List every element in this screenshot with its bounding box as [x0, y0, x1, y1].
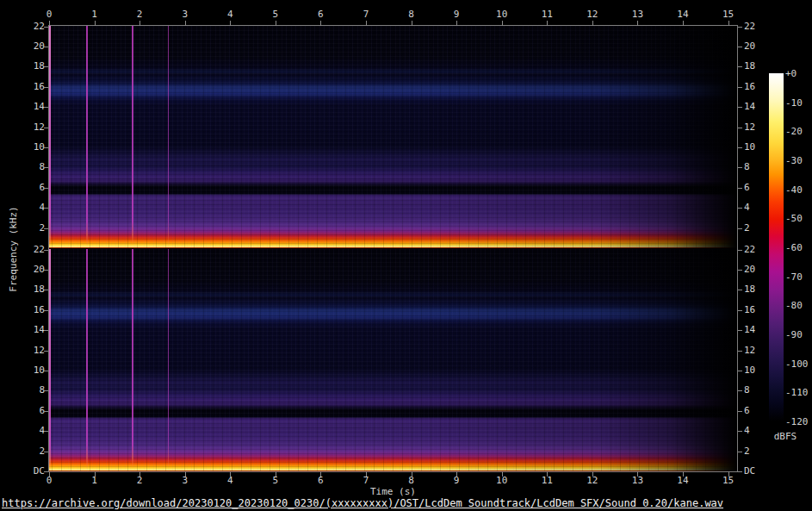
time-tick-top — [95, 21, 96, 26]
colorbar-tick-label: -70 — [785, 271, 803, 283]
freq-tick-left — [44, 107, 48, 108]
freq-tick-left — [44, 188, 48, 189]
freq-tick-left — [44, 167, 48, 168]
transient-event-line — [168, 26, 169, 248]
time-tick-bottom — [412, 471, 412, 477]
time-tick-bottom — [683, 471, 684, 477]
transient-event-line — [49, 26, 51, 248]
freq-tick-label-left: DC — [17, 465, 45, 477]
freq-tick-left — [44, 27, 48, 28]
freq-tick-right — [738, 371, 742, 371]
freq-tick-label-left: 20 — [17, 264, 45, 275]
freq-tick-label-right: 10 — [744, 141, 772, 153]
transient-event-line — [86, 26, 88, 248]
freq-tick-label-left: 14 — [17, 101, 45, 112]
freq-tick-label-left: 4 — [17, 202, 45, 213]
time-tick-bottom — [139, 471, 140, 477]
colorbar-tick-label: -20 — [785, 126, 803, 137]
freq-tick-right — [738, 107, 742, 108]
freq-tick-right — [738, 66, 742, 67]
time-tick-label-top: 4 — [217, 9, 243, 20]
time-tick-bottom — [728, 471, 729, 477]
freq-tick-left — [44, 47, 48, 47]
freq-tick-label-right: 18 — [744, 284, 772, 295]
time-tick-label-top: 6 — [307, 9, 333, 20]
freq-tick-label-left: 2 — [17, 446, 45, 457]
colorbar-tick-label: -80 — [785, 300, 803, 311]
time-tick-bottom — [592, 471, 593, 477]
freq-tick-right — [738, 188, 742, 189]
time-axis-title: Time (s) — [341, 486, 445, 497]
freq-tick-label-left: 2 — [17, 222, 45, 234]
freq-tick-right — [738, 330, 742, 331]
freq-tick-label-left: 8 — [17, 161, 45, 172]
freq-tick-label-right: 6 — [744, 405, 772, 416]
time-tick-label-top: 8 — [399, 9, 425, 20]
freq-tick-label-left: 12 — [17, 345, 45, 356]
time-tick-top — [683, 21, 684, 26]
freq-tick-right — [738, 411, 742, 412]
freq-tick-left — [44, 431, 48, 432]
freq-tick-label-right: 18 — [744, 60, 772, 72]
freq-tick-label-right: 2 — [744, 222, 772, 234]
freq-tick-left — [44, 452, 48, 452]
freq-tick-label-right: 14 — [744, 101, 772, 112]
transient-event-line — [132, 26, 133, 248]
time-tick-bottom — [276, 471, 276, 477]
colorbar-tick-label: -10 — [785, 97, 803, 109]
freq-tick-left — [44, 66, 48, 67]
freq-tick-label-left: 20 — [17, 41, 45, 52]
time-tick-label-top: 12 — [580, 9, 605, 20]
time-tick-top — [185, 21, 186, 26]
spectrogram-fadeout — [49, 249, 737, 471]
time-tick-top — [637, 21, 638, 26]
freq-tick-label-left: 6 — [17, 405, 45, 416]
freq-tick-label-left: 18 — [17, 284, 45, 295]
freq-tick-right — [738, 290, 742, 290]
freq-tick-right — [738, 208, 742, 209]
freq-tick-label-left: 4 — [17, 425, 45, 436]
freq-tick-label-left: 18 — [17, 60, 45, 72]
freq-tick-label-right: 4 — [744, 202, 772, 213]
freq-tick-left — [44, 290, 48, 290]
colorbar-tick-label: -50 — [785, 213, 803, 224]
freq-tick-left — [44, 351, 48, 352]
freq-tick-left — [44, 250, 48, 251]
time-tick-top — [592, 21, 593, 26]
freq-tick-label-right: 8 — [744, 161, 772, 172]
freq-tick-label-left: 22 — [17, 244, 45, 255]
freq-tick-left — [44, 411, 48, 412]
freq-tick-right — [738, 390, 742, 391]
source-url-caption: https://archive.org/download/20230120_20… — [2, 497, 723, 509]
freq-tick-label-left: 14 — [17, 324, 45, 335]
time-tick-label-top: 11 — [534, 9, 560, 20]
time-tick-top — [49, 21, 50, 26]
time-tick-top — [412, 21, 412, 26]
colorbar-tick-label: +0 — [785, 68, 797, 79]
spectrogram-channel-2 — [49, 249, 737, 471]
time-tick-label-top: 5 — [263, 9, 288, 20]
freq-tick-label-right: 22 — [744, 21, 772, 32]
freq-tick-label-left: 6 — [17, 182, 45, 193]
freq-tick-left — [44, 371, 48, 371]
freq-tick-right — [738, 270, 742, 271]
freq-tick-right — [738, 147, 742, 148]
freq-tick-right — [738, 228, 742, 229]
colorbar-tick-label: -40 — [785, 184, 803, 196]
time-tick-top — [456, 21, 457, 26]
freq-tick-right — [738, 167, 742, 168]
freq-tick-label-left: 22 — [17, 21, 45, 32]
freq-tick-label-left: 16 — [17, 81, 45, 92]
transient-event-line — [49, 249, 51, 471]
freq-tick-right — [738, 87, 742, 88]
freq-tick-left — [44, 471, 48, 472]
time-tick-label-top: 10 — [489, 9, 515, 20]
freq-tick-left — [44, 228, 48, 229]
freq-tick-right — [738, 471, 742, 472]
freq-tick-label-left: 8 — [17, 384, 45, 396]
freq-tick-label-right: 10 — [744, 365, 772, 376]
time-tick-top — [547, 21, 548, 26]
freq-tick-label-right: 12 — [744, 345, 772, 356]
freq-tick-left — [44, 390, 48, 391]
time-tick-label-top: 14 — [670, 9, 696, 20]
